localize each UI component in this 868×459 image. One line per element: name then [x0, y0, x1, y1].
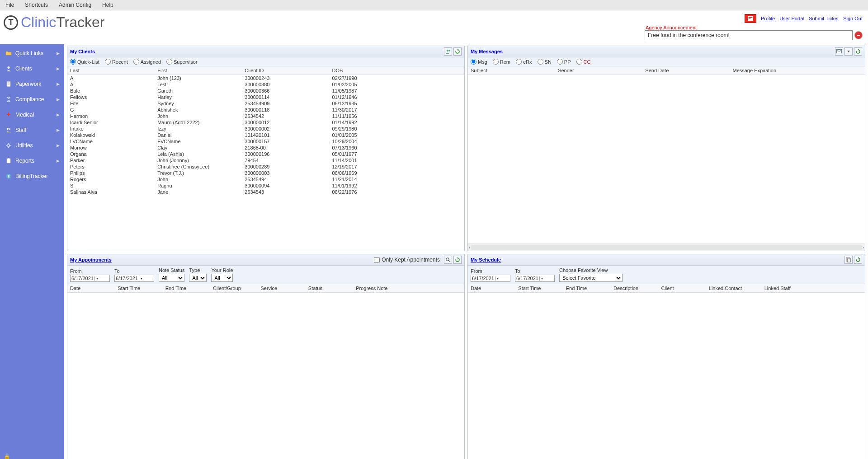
appointments-grid-body[interactable]	[67, 293, 464, 459]
client-row[interactable]: AJohn (123)30000024302/27/1990	[67, 75, 464, 81]
sidebar-item-reports[interactable]: Reports▶	[0, 153, 64, 169]
radio-erx[interactable]: eRx	[516, 59, 532, 65]
client-row[interactable]: Icardi SeniorMauro (Add'l 2222)300000012…	[67, 119, 464, 126]
client-row[interactable]: ATest130000038001/02/2005	[67, 81, 464, 88]
col-last[interactable]: Last	[67, 66, 155, 75]
dismiss-announcement-icon[interactable]	[854, 31, 863, 39]
scol-start[interactable]: Start Time	[515, 284, 563, 292]
refresh-appointments-button[interactable]	[453, 256, 462, 264]
lock-icon[interactable]: 🔒	[4, 453, 10, 459]
client-row[interactable]: HarmonJohn253454211/11/1956	[67, 113, 464, 119]
sidebar-item-medical[interactable]: Medical▶	[0, 107, 64, 122]
sched-fav-select[interactable]: Select Favorite	[559, 274, 623, 282]
scol-linked-staff[interactable]: Linked Staff	[762, 284, 865, 292]
radio-rem[interactable]: Rem	[493, 59, 510, 65]
client-row[interactable]: KolakowskiDaniel10142010101/01/2005	[67, 132, 464, 138]
message-action-button[interactable]	[835, 47, 843, 56]
sidebar-item-paperwork[interactable]: Paperwork▶	[0, 76, 64, 92]
link-submit-ticket[interactable]: Submit Ticket	[809, 16, 839, 21]
col-sender[interactable]: Sender	[555, 66, 642, 75]
radio-supervisor[interactable]: Supervisor	[166, 59, 198, 65]
radio-pp[interactable]: PP	[557, 59, 571, 65]
acol-service[interactable]: Service	[258, 284, 305, 292]
client-row[interactable]: ParkerJohn (Johnny)7945411/14/2001	[67, 157, 464, 164]
scol-date[interactable]: Date	[468, 284, 515, 292]
appointments-search-button[interactable]	[444, 256, 452, 264]
radio-quick-list[interactable]: Quick-List	[70, 59, 99, 65]
menu-help[interactable]: Help	[100, 1, 115, 9]
scol-description[interactable]: Description	[611, 284, 658, 292]
my-messages-title[interactable]: My Messages	[471, 49, 503, 54]
client-row[interactable]: LVCNameFVCName30000015710/29/2004	[67, 138, 464, 145]
client-row[interactable]: FifeSydney25345490906/12/1985	[67, 100, 464, 107]
menu-shortcuts[interactable]: Shortcuts	[23, 1, 50, 9]
sidebar-item-staff[interactable]: Staff▶	[0, 122, 64, 138]
sidebar-item-utilities[interactable]: Utilities▶	[0, 138, 64, 153]
col-subject[interactable]: Subject	[468, 66, 555, 75]
notification-button[interactable]	[745, 14, 756, 23]
acol-status[interactable]: Status	[306, 284, 353, 292]
appt-note-select[interactable]: All	[159, 274, 184, 282]
scol-end[interactable]: End Time	[563, 284, 611, 292]
radio-sn[interactable]: SN	[538, 59, 552, 65]
client-row[interactable]: IntakeIzzy30000000209/29/1980	[67, 126, 464, 132]
client-row[interactable]: MorrowClay21868-0007/13/1960	[67, 145, 464, 151]
client-row[interactable]: GAbhishek30000011811/30/2017	[67, 107, 464, 113]
sidebar-item-clients[interactable]: Clients▶	[0, 61, 64, 76]
my-schedule-title[interactable]: My Schedule	[471, 257, 501, 262]
scol-client[interactable]: Client	[658, 284, 706, 292]
sched-from-date[interactable]: 6/17/2021▾	[471, 275, 510, 282]
scroll-right-icon[interactable]: ›	[863, 245, 864, 250]
acol-end[interactable]: End Time	[163, 284, 210, 292]
acol-date[interactable]: Date	[67, 284, 115, 292]
messages-grid-body[interactable]	[468, 75, 865, 244]
refresh-messages-button[interactable]	[854, 47, 862, 56]
client-row[interactable]: RogersJohn2534549411/21/2014	[67, 176, 464, 183]
my-clients-title[interactable]: My Clients	[70, 49, 95, 54]
acol-start[interactable]: Start Time	[115, 284, 162, 292]
radio-msg[interactable]: Msg	[471, 59, 487, 65]
only-kept-checkbox[interactable]: Only Kept Appointments	[374, 256, 440, 264]
refresh-schedule-button[interactable]	[854, 256, 862, 264]
messages-hscrollbar[interactable]: ‹ ›	[468, 244, 865, 251]
col-send-date[interactable]: Send Date	[642, 66, 730, 75]
client-row[interactable]: OrganaLeia (Ashla)30000019605/01/1977	[67, 151, 464, 157]
appt-to-date[interactable]: 6/17/2021▾	[114, 275, 154, 282]
scroll-track[interactable]	[471, 245, 861, 250]
client-row[interactable]: PhilipsTrevor (T.J.)30000000306/06/1969	[67, 170, 464, 176]
radio-recent[interactable]: Recent	[105, 59, 128, 65]
client-row[interactable]: BaleGareth30000036611/05/1987	[67, 88, 464, 94]
sidebar-item-quick-links[interactable]: Quick Links▶	[0, 46, 64, 61]
scroll-left-icon[interactable]: ‹	[469, 245, 470, 250]
message-dropdown-button[interactable]	[844, 47, 853, 56]
scol-linked-contact[interactable]: Linked Contact	[706, 284, 762, 292]
col-expiration[interactable]: Message Expiration	[730, 66, 865, 75]
sidebar-item-compliance[interactable]: Compliance▶	[0, 92, 64, 107]
schedule-copy-button[interactable]	[844, 256, 853, 264]
client-row[interactable]: FellowsHarley30000011401/12/1946	[67, 94, 464, 100]
acol-client-group[interactable]: Client/Group	[210, 284, 258, 292]
appt-from-date[interactable]: 6/17/2021▾	[70, 275, 110, 282]
sched-to-date[interactable]: 6/17/2021▾	[515, 275, 555, 282]
refresh-clients-button[interactable]	[453, 47, 462, 56]
acol-progress-note[interactable]: Progress Note	[353, 284, 464, 292]
my-appointments-title[interactable]: My Appointments	[70, 257, 112, 262]
link-user-portal[interactable]: User Portal	[779, 16, 804, 21]
radio-cc[interactable]: CC	[576, 59, 591, 65]
client-row[interactable]: PetersChristinee (ChrissyLee)30000028912…	[67, 164, 464, 170]
radio-assigned[interactable]: Assigned	[133, 59, 161, 65]
col-dob[interactable]: DOB	[329, 66, 464, 75]
clients-grid-body[interactable]: AJohn (123)30000024302/27/1990ATest13000…	[67, 75, 464, 251]
client-row[interactable]: SRaghu30000009411/01/1992	[67, 183, 464, 189]
menu-file[interactable]: File	[4, 1, 16, 9]
col-client-id[interactable]: Client ID	[242, 66, 329, 75]
appt-type-select[interactable]: All	[189, 274, 207, 282]
client-row[interactable]: Salinas AlvaJane253454306/22/1976	[67, 189, 464, 195]
link-profile[interactable]: Profile	[761, 16, 775, 21]
schedule-grid-body[interactable]	[468, 293, 865, 459]
appt-role-select[interactable]: All	[211, 274, 233, 282]
link-sign-out[interactable]: Sign Out	[843, 16, 863, 21]
add-client-button[interactable]	[444, 47, 452, 56]
col-first[interactable]: First	[155, 66, 242, 75]
menu-admin-config[interactable]: Admin Config	[57, 1, 93, 9]
